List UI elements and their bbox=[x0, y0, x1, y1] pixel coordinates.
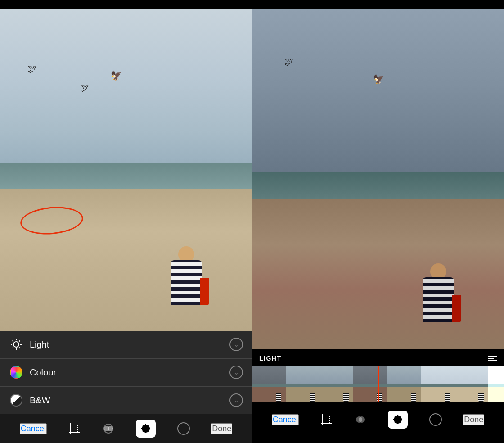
svg-point-29 bbox=[359, 416, 365, 423]
done-button-right[interactable]: Done bbox=[463, 414, 484, 425]
child-cape-right bbox=[452, 295, 461, 322]
svg-point-16 bbox=[144, 427, 147, 430]
svg-line-7 bbox=[19, 341, 20, 342]
film-thumb-4[interactable] bbox=[353, 366, 387, 402]
child-right bbox=[418, 259, 459, 322]
svg-rect-25 bbox=[323, 416, 330, 423]
svg-point-0 bbox=[14, 342, 19, 347]
adjust-tool-right[interactable] bbox=[388, 411, 408, 429]
bw-chevron[interactable]: ⌄ bbox=[230, 393, 243, 407]
bw-label: B&W bbox=[30, 395, 230, 406]
film-thumb-1[interactable] bbox=[252, 366, 286, 402]
bird-r1: 🕊 bbox=[285, 57, 294, 67]
crop-tool-right[interactable] bbox=[320, 413, 333, 426]
film-thumb-8[interactable] bbox=[488, 366, 504, 402]
adjust-icon-right bbox=[392, 413, 404, 426]
svg-rect-9 bbox=[71, 425, 78, 432]
right-panel: 🕊 🦅 LIGHT bbox=[252, 0, 504, 443]
more-icon-left bbox=[177, 422, 190, 435]
bw-control-row[interactable]: B&W ⌄ bbox=[0, 387, 252, 414]
child-body-left bbox=[171, 260, 202, 305]
filter-tool-right[interactable] bbox=[354, 413, 367, 426]
bottom-bar-right bbox=[252, 434, 504, 443]
bird-r2: 🦅 bbox=[373, 74, 384, 85]
sand-left bbox=[0, 189, 252, 331]
colour-chevron[interactable]: ⌄ bbox=[230, 366, 243, 379]
list-view-button[interactable] bbox=[488, 356, 497, 361]
top-bar-right bbox=[252, 0, 504, 9]
bird-2: 🕊 bbox=[81, 83, 90, 93]
film-thumb-2[interactable] bbox=[286, 366, 320, 402]
sun-icon bbox=[9, 337, 23, 352]
adjust-icon-left bbox=[140, 422, 152, 435]
svg-line-5 bbox=[13, 341, 14, 342]
child-body-right bbox=[423, 277, 454, 322]
child-left bbox=[166, 242, 207, 305]
crop-tool-left[interactable] bbox=[68, 422, 81, 435]
svg-line-6 bbox=[19, 347, 20, 348]
light-label: Light bbox=[30, 339, 230, 350]
colour-icon bbox=[9, 365, 23, 380]
right-photo: 🕊 🦅 bbox=[252, 9, 504, 349]
right-toolbar: Cancel bbox=[252, 405, 504, 434]
bird-3: 🦅 bbox=[111, 70, 122, 81]
filter-icon-left bbox=[102, 422, 115, 435]
filter-icon-right bbox=[354, 413, 367, 426]
colour-control-row[interactable]: Colour ⌄ bbox=[0, 359, 252, 386]
left-panel: 🕊 🕊 🦅 bbox=[0, 0, 252, 443]
crop-icon-left bbox=[68, 422, 81, 435]
film-thumb-5[interactable] bbox=[387, 366, 421, 402]
adjust-tool-left[interactable] bbox=[136, 420, 156, 438]
cancel-button-right[interactable]: Cancel bbox=[272, 414, 299, 425]
svg-point-31 bbox=[396, 418, 399, 421]
film-thumb-6[interactable] bbox=[421, 366, 454, 402]
sand-right bbox=[252, 199, 504, 349]
left-photo: 🕊 🕊 🦅 bbox=[0, 9, 252, 331]
top-bar-left bbox=[0, 0, 252, 9]
more-icon-right bbox=[429, 413, 442, 426]
film-thumb-3[interactable] bbox=[320, 366, 353, 402]
light-chevron[interactable]: ⌄ bbox=[230, 338, 243, 351]
filmstrip[interactable] bbox=[252, 366, 504, 402]
filmstrip-marker bbox=[378, 366, 379, 402]
light-title: LIGHT bbox=[259, 355, 282, 362]
done-button-left[interactable]: Done bbox=[211, 423, 232, 434]
film-thumb-7[interactable] bbox=[454, 366, 488, 402]
sky-right bbox=[252, 9, 504, 196]
bird-1: 🕊 bbox=[28, 64, 37, 74]
svg-line-8 bbox=[13, 347, 14, 348]
right-controls: LIGHT bbox=[252, 349, 504, 434]
colour-label: Colour bbox=[30, 367, 230, 378]
cancel-button-left[interactable]: Cancel bbox=[20, 423, 47, 434]
left-toolbar: Cancel bbox=[0, 414, 252, 443]
child-cape-left bbox=[200, 278, 209, 305]
filter-tool-left[interactable] bbox=[102, 422, 115, 435]
more-tool-left[interactable] bbox=[177, 422, 190, 435]
left-controls: Light ⌄ Colour ⌄ B&W ⌄ bbox=[0, 331, 252, 443]
bw-icon bbox=[9, 393, 23, 407]
light-control-row[interactable]: Light ⌄ bbox=[0, 331, 252, 358]
svg-point-14 bbox=[108, 426, 113, 431]
crop-icon-right bbox=[320, 413, 333, 426]
light-header: LIGHT bbox=[252, 349, 504, 366]
sky-left bbox=[0, 9, 252, 186]
more-tool-right[interactable] bbox=[429, 413, 442, 426]
